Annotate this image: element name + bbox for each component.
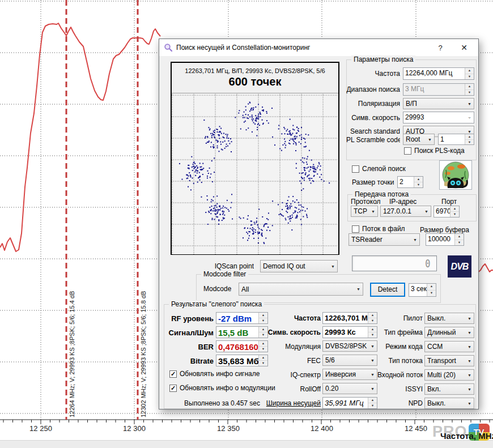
title-bar[interactable]: Поиск несущей и Constellation-мониторинг… xyxy=(159,39,478,56)
search-params-group-title: Параметры поиска xyxy=(351,56,415,63)
buffer-size-label: Размер буфера xyxy=(420,226,469,234)
code-mode-label: Режим кода xyxy=(377,343,423,351)
input-stream-label: Входной поток xyxy=(377,371,423,379)
magnifier-icon xyxy=(164,43,173,52)
frame-type-select[interactable]: Длинный ▼ xyxy=(424,327,474,338)
spinner-buttons[interactable]: ▲▼ xyxy=(465,68,474,79)
ip-label: IP-адрес xyxy=(389,198,416,206)
snr-input[interactable]: 15,5 dB ▲▼ xyxy=(216,326,268,338)
chevron-down-icon: ▼ xyxy=(468,373,471,377)
frame-type-label: Тип фрейма xyxy=(377,328,423,336)
protocol-label: Протокол xyxy=(351,198,381,206)
frequency-label: Частота xyxy=(346,70,400,78)
update-signal-checkbox[interactable]: ✓ Обновлять инфо сигнале xyxy=(169,370,260,378)
checkbox-box[interactable] xyxy=(352,165,359,173)
stream-group-title: Передача потока xyxy=(352,190,411,198)
update-modulation-checkbox[interactable]: ✓ Обновлять инфо о модуляции xyxy=(169,384,275,392)
x-tick-label: 12 400 xyxy=(305,424,339,433)
chevron-down-icon: ▼ xyxy=(468,331,471,335)
chevron-down-icon: ▼ xyxy=(468,359,471,363)
issyi-select[interactable]: Вкл. ▼ xyxy=(424,383,474,395)
bitrate-input[interactable]: 35,683 Мбит/с ▲▼ xyxy=(216,355,268,366)
avatar-image xyxy=(439,160,472,190)
chevron-down-icon: ▼ xyxy=(468,387,471,391)
iqscan-select[interactable]: Demod IQ out ▼ xyxy=(260,260,338,272)
spinner-buttons[interactable]: ▲▼ xyxy=(368,327,377,338)
modcode-label: Modcode xyxy=(203,285,231,293)
result-freq-label: Частота xyxy=(261,314,321,322)
stream-type-select[interactable]: Transport ▼ xyxy=(424,355,474,366)
chevron-down-icon: ▼ xyxy=(371,373,375,377)
result-freq-input[interactable]: 12263,701 МГц ▲▼ xyxy=(322,312,377,324)
modcode-group-title: Modcode filter xyxy=(201,270,248,278)
ip-select[interactable]: 127.0.0.1 ▼ xyxy=(380,206,431,217)
symbol-rate-combo[interactable]: 29993 ⌄ xyxy=(403,112,474,123)
port-input[interactable]: 6970 ▲▼ xyxy=(434,206,460,217)
ber-input[interactable]: 0,4768160 ▲▼ xyxy=(216,340,268,352)
frequency-input[interactable]: 12264,000 МГц ▲▼ xyxy=(403,67,474,80)
rf-level-input[interactable]: -27 dBm ▲▼ xyxy=(216,312,268,324)
help-button[interactable]: ? xyxy=(432,44,449,52)
carrier-width-label[interactable]: Ширина несущей xyxy=(261,399,321,407)
spinner-buttons[interactable]: ▲▼ xyxy=(368,313,377,323)
buffer-size-input[interactable]: 100000 ▲▼ xyxy=(426,233,464,246)
modulation-select[interactable]: DVBS2/8PSK ▼ xyxy=(322,340,377,352)
pilot-select[interactable]: Выкл. ▼ xyxy=(424,313,474,324)
input-stream-select[interactable]: Multi (20) ▼ xyxy=(424,369,474,381)
spinner-buttons[interactable]: ▲▼ xyxy=(368,398,377,408)
chevron-down-icon: ▼ xyxy=(468,317,471,321)
chevron-down-icon: ▼ xyxy=(371,210,375,214)
modcode-select[interactable]: All ▼ xyxy=(239,283,363,296)
code-mode-select[interactable]: CCM ▼ xyxy=(424,341,474,352)
chevron-down-icon: ▼ xyxy=(468,102,471,106)
protocol-select[interactable]: TCP ▼ xyxy=(351,206,378,217)
spinner-buttons[interactable]: ▲▼ xyxy=(427,284,436,296)
chevron-down-icon[interactable]: ⌄ xyxy=(465,112,474,123)
pls-search-checkbox[interactable]: Поиск PLS-кода xyxy=(404,147,465,155)
checkbox-box[interactable] xyxy=(404,147,411,155)
chevron-down-icon: ▼ xyxy=(371,387,375,391)
rolloff-select[interactable]: 0.20 ▼ xyxy=(322,383,377,394)
carrier-width-input[interactable]: 35,991 МГц ▲▼ xyxy=(322,397,377,409)
npd-label: NPD xyxy=(377,399,423,407)
fec-label: FEC xyxy=(261,357,321,365)
spinner-buttons: ▲▼ xyxy=(465,84,474,95)
close-button[interactable]: ✕ xyxy=(456,43,473,52)
checkbox-box[interactable]: ✓ xyxy=(169,370,177,378)
spinner-buttons[interactable]: ▲▼ xyxy=(465,134,474,144)
fec-select[interactable]: 5/6 ▼ xyxy=(322,355,377,366)
spinner-buttons[interactable]: ▲▼ xyxy=(450,206,459,217)
constellation-info-line: 12263,701 МГц, В/П, 29993 Кс, DVBS2/8PSK… xyxy=(172,63,338,74)
result-sr-input[interactable]: 29993 Кс ▲▼ xyxy=(322,326,377,338)
bottom-strip xyxy=(0,440,493,448)
stream-to-file-checkbox[interactable]: Поток в файл xyxy=(352,225,405,233)
bitrate-label: Bitrate xyxy=(164,357,214,365)
x-tick-label: 12 300 xyxy=(117,424,151,433)
chevron-down-icon: ▼ xyxy=(468,345,471,349)
stream-type-label: Тип потока xyxy=(377,357,423,365)
checkbox-box[interactable]: ✓ xyxy=(169,385,177,392)
spinner-buttons[interactable]: ▲▼ xyxy=(414,177,423,187)
detect-interval-input[interactable]: 3 сек ▲▼ xyxy=(409,283,436,297)
chevron-down-icon: ▼ xyxy=(356,287,360,291)
pl-scramble-code-input[interactable]: 1 ▲▼ xyxy=(438,134,474,145)
spinner-buttons[interactable]: ▲▼ xyxy=(454,234,464,245)
checkbox-box[interactable] xyxy=(352,225,359,233)
iq-spectrum-label: IQ-спектр xyxy=(261,371,321,379)
chevron-down-icon: ▼ xyxy=(413,238,417,242)
dot-size-input[interactable]: 2 ▲▼ xyxy=(397,176,423,188)
modulation-label: Модуляция xyxy=(261,343,321,351)
search-range-label: Диапазон поиска xyxy=(346,86,400,93)
npd-select[interactable]: Выкл. ▼ xyxy=(424,398,474,409)
reader-select[interactable]: TSReader ▼ xyxy=(348,233,420,246)
elapsed-time-text: Выполнено за 0.457 sec xyxy=(184,399,260,407)
detect-button[interactable]: Detect xyxy=(370,283,405,297)
iq-spectrum-select[interactable]: Инверсия ▼ xyxy=(322,369,377,380)
dialog-title: Поиск несущей и Constellation-мониторинг xyxy=(176,44,310,52)
constellation-plot xyxy=(172,93,338,254)
x-tick-label: 12 350 xyxy=(211,424,245,433)
polarization-select[interactable]: В/П ▼ xyxy=(403,98,474,109)
blind-search-checkbox[interactable]: Слепой поиск xyxy=(352,165,406,173)
pl-scramble-mode-select[interactable]: Root ▼ xyxy=(403,134,435,145)
ber-label: BER xyxy=(164,343,214,351)
